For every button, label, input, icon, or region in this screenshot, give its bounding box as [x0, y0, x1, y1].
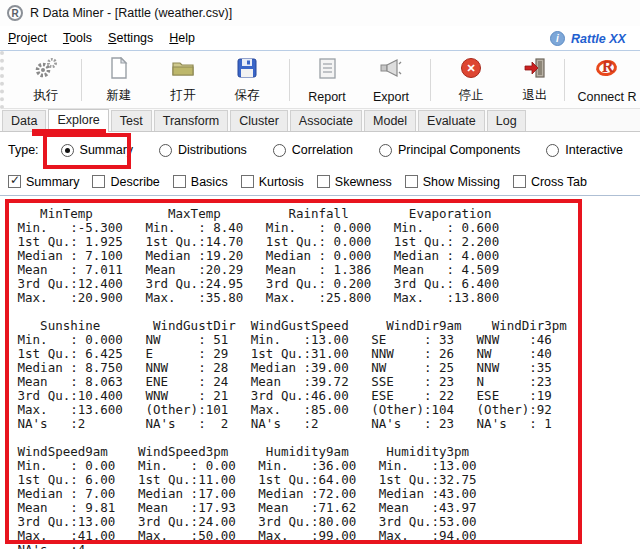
- radio-button-icon: [379, 144, 392, 157]
- new-file-icon: [110, 56, 128, 80]
- save-floppy-icon: [237, 56, 257, 80]
- quit-button[interactable]: 退出: [507, 56, 563, 104]
- tab-evaluate[interactable]: Evaluate: [418, 110, 485, 131]
- checkbox-icon: [405, 175, 418, 188]
- report-document-icon: [319, 56, 336, 80]
- radio-correlation[interactable]: Correlation: [273, 143, 353, 157]
- checkbox-basics[interactable]: Basics: [173, 175, 228, 189]
- tab-test[interactable]: Test: [111, 110, 152, 131]
- export-button[interactable]: Export: [361, 56, 421, 104]
- toolbar-separator: [289, 59, 290, 101]
- menu-tools[interactable]: Tools: [63, 31, 92, 45]
- report-button[interactable]: Report: [297, 56, 357, 104]
- tab-explore[interactable]: Explore: [48, 109, 108, 132]
- radio-button-icon: [61, 144, 74, 157]
- checkbox-kurtosis[interactable]: Kurtosis: [241, 175, 304, 189]
- checkbox-icon: [8, 175, 21, 188]
- open-button[interactable]: 打开: [155, 56, 211, 104]
- tab-model[interactable]: Model: [364, 110, 416, 131]
- toolbar-separator: [81, 59, 82, 101]
- menu-bar: Project Tools Settings Help i Rattle XX: [0, 26, 640, 51]
- tab-log[interactable]: Log: [487, 110, 526, 131]
- tab-data[interactable]: Data: [2, 110, 46, 131]
- radio-interactive[interactable]: Interactive: [546, 143, 623, 157]
- r-logo-icon: R: [7, 5, 23, 21]
- radio-distributions[interactable]: Distributions: [159, 143, 247, 157]
- checkbox-show-missing[interactable]: Show Missing: [405, 175, 500, 189]
- tab-cluster[interactable]: Cluster: [230, 110, 288, 131]
- checkbox-icon: [317, 175, 330, 188]
- window-title: R Data Miner - [Rattle (weather.csv)]: [30, 6, 232, 20]
- checkbox-icon: [513, 175, 526, 188]
- open-folder-icon: [171, 56, 195, 80]
- radio-button-icon: [159, 144, 172, 157]
- execute-button[interactable]: 执行: [18, 56, 74, 104]
- connect-r-button[interactable]: R Connect R: [574, 56, 640, 104]
- save-button[interactable]: 保存: [219, 56, 275, 104]
- export-icon: [379, 56, 403, 80]
- radio-button-icon: [273, 144, 286, 157]
- info-icon[interactable]: i: [550, 31, 565, 46]
- rattle-version-area: i Rattle XX: [550, 26, 640, 51]
- toolbar: 执行 新建 打开: [0, 51, 640, 109]
- new-button[interactable]: 新建: [91, 56, 147, 104]
- menu-settings[interactable]: Settings: [108, 31, 153, 45]
- menu-project[interactable]: Project: [8, 31, 47, 45]
- quit-door-icon: [524, 56, 546, 80]
- toolbar-separator: [564, 59, 565, 101]
- tab-associate[interactable]: Associate: [290, 110, 362, 131]
- tab-bar: Data Explore Test Transform Cluster Asso…: [0, 109, 640, 132]
- checkbox-describe[interactable]: Describe: [92, 175, 159, 189]
- toolbar-separator: [430, 59, 431, 101]
- title-bar: R R Data Miner - [Rattle (weather.csv)]: [0, 0, 640, 26]
- checkbox-cross-tab[interactable]: Cross Tab: [513, 175, 587, 189]
- checkbox-icon: [173, 175, 186, 188]
- stop-icon: ✕: [461, 56, 481, 80]
- summary-output-area[interactable]: MinTemp MaxTemp Rainfall Evaporation Min…: [0, 198, 640, 549]
- r-logo-icon: R: [595, 56, 619, 80]
- checkbox-icon: [92, 175, 105, 188]
- checkbox-summary[interactable]: Summary: [8, 175, 79, 189]
- explore-type-row: Type: Summary Distributions Correlation …: [0, 132, 640, 168]
- checkbox-icon: [241, 175, 254, 188]
- checkbox-skewness[interactable]: Skewness: [317, 175, 392, 189]
- radio-principal-components[interactable]: Principal Components: [379, 143, 520, 157]
- radio-button-icon: [546, 144, 559, 157]
- tab-transform[interactable]: Transform: [154, 110, 229, 131]
- summary-output-text: MinTemp MaxTemp Rainfall Evaporation Min…: [0, 198, 640, 549]
- execute-gears-icon: [34, 56, 58, 80]
- type-label: Type:: [8, 143, 39, 157]
- stop-button[interactable]: ✕ 停止: [443, 56, 499, 104]
- radio-summary[interactable]: Summary: [61, 143, 133, 157]
- summary-options-row: Summary Describe Basics Kurtosis Skewnes…: [0, 168, 640, 196]
- menu-help[interactable]: Help: [169, 31, 195, 45]
- rattle-version-link[interactable]: Rattle XX: [571, 32, 626, 46]
- rattle-window: R R Data Miner - [Rattle (weather.csv)] …: [0, 0, 640, 549]
